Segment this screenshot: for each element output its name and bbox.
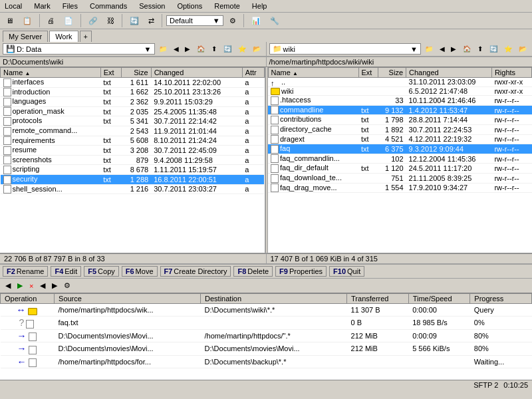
queue-stop-btn[interactable]: × — [27, 281, 36, 291]
left-file-row[interactable]: shell_session... 1 216 30.7.2011 23:03:2… — [1, 184, 265, 194]
left-refresh-btn[interactable]: 🔄 — [221, 44, 234, 54]
left-col-attr[interactable]: Attr — [242, 68, 264, 78]
queue-play-btn[interactable]: ▶ — [15, 280, 25, 291]
col-source[interactable]: Source — [55, 294, 201, 304]
left-file-row[interactable]: operation_mask txt 2 035 25.4.2005 11:35… — [1, 106, 265, 116]
left-addr-arrow[interactable]: ▼ — [144, 45, 152, 53]
right-file-row[interactable]: dragext txt 4 521 4.12.2011 22:19:32 rw-… — [268, 134, 532, 144]
transfer-row[interactable]: ← /home/martinp/httpdocs/for... D:\Docum… — [1, 355, 532, 368]
left-file-row[interactable]: resume txt 3 208 30.7.2011 22:45:09 a — [1, 146, 265, 156]
right-file-row[interactable]: .htaccess 33 10.11.2004 21:46:46 rw-r--r… — [268, 96, 532, 106]
left-bookmark-btn[interactable]: ⭐ — [235, 44, 249, 54]
fn-f5-button[interactable]: F5Copy — [84, 266, 119, 277]
toolbar-btn-new[interactable]: 🖥 — [3, 15, 17, 27]
right-bookmark-btn[interactable]: ⭐ — [501, 44, 515, 54]
toolbar-btn-print[interactable]: 🖨 — [44, 15, 58, 27]
right-col-rights[interactable]: Rights — [491, 68, 531, 78]
toolbar-btn-disconnect[interactable]: ⛓ — [104, 15, 118, 27]
toolbar-btn-marks[interactable]: 📋 — [19, 15, 35, 27]
menu-session[interactable]: Session — [137, 1, 167, 11]
fn-f8-button[interactable]: F8Delete — [233, 266, 273, 277]
menu-files[interactable]: Files — [61, 1, 80, 11]
fn-f7-button[interactable]: F7Create Directory — [160, 266, 231, 277]
left-addr-input[interactable]: 💾 D: Data ▼ — [3, 43, 155, 55]
right-back-btn[interactable]: ◀ — [437, 44, 448, 54]
tab-work[interactable]: Work — [49, 31, 78, 42]
left-file-row[interactable]: remote_command... 2 543 11.9.2011 21:01:… — [1, 126, 265, 136]
toolbar-btn-refresh[interactable]: 🔄 — [126, 15, 142, 27]
left-browse-btn[interactable]: 📁 — [156, 44, 170, 54]
left-col-size[interactable]: Size — [121, 68, 151, 78]
right-file-row[interactable]: faq_commandlin... 102 12.12.2004 11:45:3… — [268, 154, 532, 164]
transfer-row[interactable]: ↔ /home/martinp/httpdocs/wik... D:\Docum… — [1, 304, 532, 317]
fn-f9-button[interactable]: F9Properties — [275, 266, 327, 277]
right-file-row[interactable]: faq_download_te... 751 21.11.2005 8:39:2… — [268, 173, 532, 183]
toolbar-btn-icon2[interactable]: 🔧 — [267, 15, 283, 27]
menu-local[interactable]: Local — [3, 1, 24, 11]
left-root-btn[interactable]: 📂 — [250, 44, 263, 54]
tab-add[interactable]: + — [80, 31, 92, 42]
right-up-btn[interactable]: ⬆ — [475, 44, 485, 54]
fn-f4-button[interactable]: F4Edit — [51, 266, 81, 277]
menu-remote[interactable]: Remote — [212, 1, 242, 11]
left-file-row[interactable]: protocols txt 5 341 30.7.2011 22:14:42 a — [1, 116, 265, 126]
menu-mark[interactable]: Mark — [32, 1, 52, 11]
col-timespeed[interactable]: Time/Speed — [408, 294, 470, 304]
menu-options[interactable]: Options — [175, 1, 204, 11]
transfer-row[interactable]: ? faq.txt 0 B 18 985 B/s 0% — [1, 317, 532, 330]
profile-dropdown[interactable]: Default ▼ — [166, 15, 223, 26]
right-file-row[interactable]: wiki 6.5.2012 21:47:48 rwxr-xr-x — [268, 86, 532, 96]
col-operation[interactable]: Operation — [1, 294, 55, 304]
left-file-row[interactable]: languages txt 2 362 9.9.2011 15:03:29 a — [1, 97, 265, 107]
right-col-name[interactable]: Name ▲ — [268, 68, 358, 78]
right-refresh-btn[interactable]: 🔄 — [487, 44, 500, 54]
queue-left-btn[interactable]: ◀ — [37, 280, 48, 291]
right-browse-btn[interactable]: 📁 — [422, 44, 436, 54]
left-col-name[interactable]: Name ▲ — [1, 68, 101, 78]
right-home-btn[interactable]: 🏠 — [460, 44, 473, 54]
transfer-row[interactable]: → D:\Documents\movies\Movi... D:\Documen… — [1, 342, 532, 356]
right-file-row[interactable]: contributions txt 1 798 28.8.2011 7:14:4… — [268, 115, 532, 125]
transfer-row[interactable]: → D:\Documents\movies\Movi... /home/mart… — [1, 329, 532, 342]
queue-settings-btn[interactable]: ⚙ — [61, 280, 73, 291]
fn-f2-button[interactable]: F2Rename — [3, 266, 48, 277]
toolbar-btn-connect[interactable]: 🔗 — [85, 15, 101, 27]
right-file-row[interactable]: faq txt 6 375 9.3.2012 9:09:44 rw-r--r-- — [268, 144, 532, 154]
toolbar-btn-copy2[interactable]: 📄 — [61, 15, 76, 27]
right-file-row[interactable]: directory_cache txt 1 892 30.7.2011 22:2… — [268, 124, 532, 134]
col-destination[interactable]: Destination — [201, 294, 347, 304]
queue-right-btn[interactable]: ▶ — [49, 280, 60, 291]
right-addr-input[interactable]: 📁 wiki ▼ — [269, 43, 422, 55]
fn-f6-button[interactable]: F6Move — [122, 266, 158, 277]
right-file-row[interactable]: commandline txt 9 132 1.4.2012 11:53:47 … — [268, 105, 532, 115]
left-col-ext[interactable]: Ext — [100, 68, 121, 78]
col-transferred[interactable]: Transferred — [347, 294, 409, 304]
right-col-size[interactable]: Size — [378, 68, 406, 78]
left-fwd-btn[interactable]: ▶ — [182, 44, 193, 54]
left-file-row[interactable]: screenshots txt 879 9.4.2008 11:29:58 a — [1, 155, 265, 165]
right-col-ext[interactable]: Ext — [358, 68, 378, 78]
left-back-btn[interactable]: ◀ — [171, 44, 182, 54]
right-col-changed[interactable]: Changed — [406, 68, 492, 78]
toolbar-btn-sync[interactable]: ⇄ — [145, 15, 158, 27]
queue-prev-btn[interactable]: ◀ — [3, 280, 13, 291]
left-file-row[interactable]: introduction txt 1 662 25.10.2011 23:13:… — [1, 87, 265, 97]
left-file-row[interactable]: scripting txt 8 678 1.11.2011 15:19:57 a — [1, 165, 265, 175]
toolbar-btn-icon1[interactable]: 📊 — [248, 15, 264, 27]
menu-commands[interactable]: Commands — [88, 1, 129, 11]
col-progress[interactable]: Progress — [470, 294, 532, 304]
right-root-btn[interactable]: 📂 — [516, 44, 529, 54]
left-file-row[interactable]: interfaces txt 1 611 14.10.2011 22:02:00… — [1, 78, 265, 88]
left-file-row[interactable]: requirements txt 5 608 8.10.2011 21:24:2… — [1, 136, 265, 146]
menu-help[interactable]: Help — [250, 1, 269, 11]
left-col-changed[interactable]: Changed — [151, 68, 242, 78]
right-addr-arrow[interactable]: ▼ — [410, 45, 418, 53]
toolbar-btn-settings[interactable]: ⚙ — [226, 15, 239, 27]
right-file-row[interactable]: faq_drag_move... 1 554 17.9.2010 9:34:27… — [268, 183, 532, 193]
right-file-row[interactable]: ↑.. 31.10.2011 23:03:09 rwxr-xr-x — [268, 78, 532, 87]
right-file-row[interactable]: faq_dir_default txt 1 120 24.5.2011 11:1… — [268, 164, 532, 174]
left-home-btn[interactable]: 🏠 — [194, 44, 207, 54]
left-file-row[interactable]: security txt 1 288 16.8.2011 22:00:51 a — [1, 174, 265, 184]
tab-my-server[interactable]: My Server — [3, 31, 48, 42]
left-up-btn[interactable]: ⬆ — [209, 44, 219, 54]
